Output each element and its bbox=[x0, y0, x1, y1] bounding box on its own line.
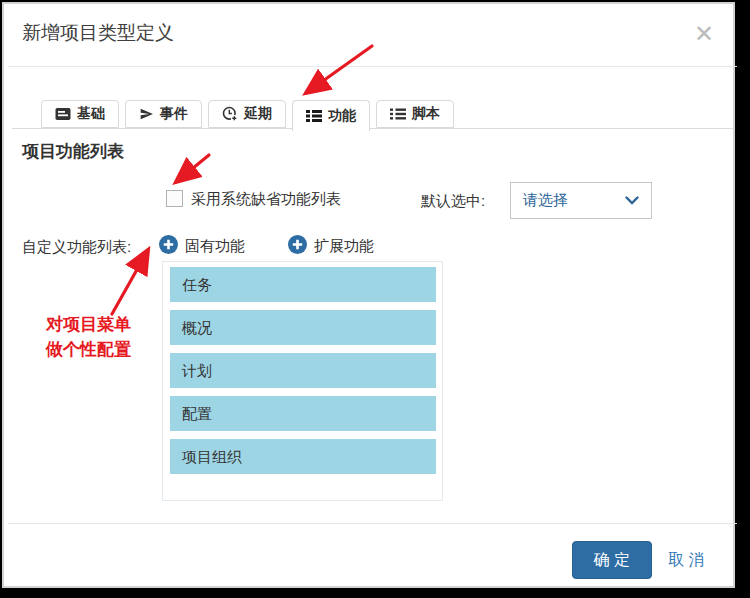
screenshot-stage: 新增项目类型定义 ✕ 基础 事件 延期 bbox=[0, 0, 750, 598]
tab-scripts[interactable]: 脚本 bbox=[376, 100, 454, 128]
section-heading: 项目功能列表 bbox=[22, 140, 124, 163]
list-solid-icon bbox=[306, 109, 322, 123]
function-item-tasks[interactable]: 任务 bbox=[170, 267, 436, 302]
tab-delay[interactable]: 延期 bbox=[208, 100, 286, 128]
tab-events[interactable]: 事件 bbox=[125, 100, 202, 128]
ok-button[interactable]: 确 定 bbox=[572, 541, 652, 579]
default-selected-label: 默认选中: bbox=[421, 192, 485, 211]
plus-circle-icon bbox=[159, 235, 178, 258]
function-list: 任务 概况 计划 配置 项目组织 bbox=[162, 261, 443, 501]
card-icon bbox=[55, 107, 71, 121]
function-item-plan[interactable]: 计划 bbox=[170, 353, 436, 388]
annotation-text: 对项目菜单 做个性配置 bbox=[46, 312, 131, 362]
list-outline-icon bbox=[390, 107, 406, 121]
function-item-overview[interactable]: 概况 bbox=[170, 310, 436, 345]
chevron-down-icon bbox=[625, 196, 639, 205]
tab-functions[interactable]: 功能 bbox=[292, 100, 370, 131]
footer-divider bbox=[8, 523, 737, 524]
dialog-title: 新增项目类型定义 bbox=[22, 20, 174, 46]
add-project-type-dialog: 新增项目类型定义 ✕ 基础 事件 延期 bbox=[2, 2, 735, 588]
title-divider bbox=[8, 66, 737, 67]
tab-label: 基础 bbox=[77, 105, 105, 123]
tab-label: 事件 bbox=[160, 105, 188, 123]
annotation-line-2: 做个性配置 bbox=[46, 337, 131, 362]
dropdown-value: 请选择 bbox=[523, 191, 625, 210]
add-extended-label: 扩展功能 bbox=[314, 237, 374, 256]
add-inherent-function-button[interactable]: 固有功能 bbox=[159, 235, 245, 258]
use-default-checkbox[interactable] bbox=[166, 190, 183, 207]
custom-list-label: 自定义功能列表: bbox=[22, 238, 131, 257]
plus-circle-icon bbox=[288, 235, 307, 258]
tab-basic[interactable]: 基础 bbox=[41, 100, 119, 128]
use-default-checkbox-label: 采用系统缺省功能列表 bbox=[191, 190, 341, 209]
tab-label: 功能 bbox=[328, 107, 356, 125]
send-icon bbox=[139, 107, 154, 121]
add-inherent-label: 固有功能 bbox=[185, 237, 245, 256]
tab-label: 脚本 bbox=[412, 105, 440, 123]
cancel-button[interactable]: 取 消 bbox=[668, 550, 704, 571]
default-selected-dropdown[interactable]: 请选择 bbox=[510, 182, 652, 219]
tab-bar: 基础 事件 延期 功能 bbox=[41, 100, 454, 131]
tab-label: 延期 bbox=[244, 105, 272, 123]
function-item-organization[interactable]: 项目组织 bbox=[170, 439, 436, 474]
function-item-config[interactable]: 配置 bbox=[170, 396, 436, 431]
close-icon[interactable]: ✕ bbox=[694, 22, 714, 46]
annotation-line-1: 对项目菜单 bbox=[46, 312, 131, 337]
add-extended-function-button[interactable]: 扩展功能 bbox=[288, 235, 374, 258]
clock-plus-icon bbox=[222, 106, 238, 122]
